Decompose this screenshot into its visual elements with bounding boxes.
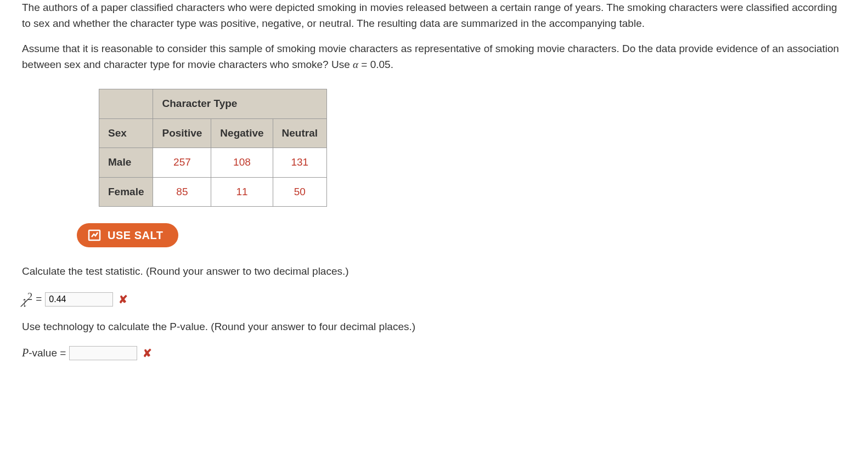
cell-male-positive: 257 bbox=[153, 148, 211, 178]
incorrect-icon: ✘ bbox=[119, 291, 128, 308]
chi-squared-line: 𝜒2 = ✘ bbox=[22, 290, 846, 309]
pvalue-label: P-value = bbox=[22, 344, 66, 361]
col-positive: Positive bbox=[153, 118, 211, 148]
incorrect-icon: ✘ bbox=[143, 345, 152, 361]
chart-icon bbox=[88, 229, 101, 242]
chi-eq: = bbox=[36, 291, 42, 307]
q1-prompt: Calculate the test statistic. (Round you… bbox=[22, 264, 846, 280]
col-neutral: Neutral bbox=[273, 118, 326, 148]
salt-label: USE SALT bbox=[108, 229, 163, 242]
col-negative: Negative bbox=[211, 118, 273, 148]
cell-male-neutral: 131 bbox=[273, 148, 326, 178]
cell-female-negative: 11 bbox=[211, 177, 273, 207]
row-male-label: Male bbox=[99, 148, 153, 178]
row-female-label: Female bbox=[99, 177, 153, 207]
corner-cell bbox=[99, 89, 153, 119]
cell-female-neutral: 50 bbox=[273, 177, 326, 207]
problem-paragraph-2: Assume that it is reasonable to consider… bbox=[22, 41, 846, 72]
q2-prompt: Use technology to calculate the P-value.… bbox=[22, 319, 846, 335]
character-type-header: Character Type bbox=[153, 89, 327, 119]
use-salt-button[interactable]: USE SALT bbox=[77, 223, 178, 247]
pvalue-line: P-value = ✘ bbox=[22, 344, 846, 361]
cell-male-negative: 108 bbox=[211, 148, 273, 178]
sex-header: Sex bbox=[99, 118, 153, 148]
alpha-symbol: α bbox=[353, 59, 358, 70]
chi-squared-input[interactable] bbox=[45, 292, 113, 307]
table-row: Female 85 11 50 bbox=[99, 177, 327, 207]
pvalue-input[interactable] bbox=[69, 346, 137, 360]
table-row: Male 257 108 131 bbox=[99, 148, 327, 178]
problem-paragraph-1: The authors of a paper classified charac… bbox=[22, 0, 846, 31]
cell-female-positive: 85 bbox=[153, 177, 211, 207]
alpha-value: = 0.05. bbox=[358, 59, 393, 70]
chi-symbol: 𝜒2 bbox=[22, 290, 32, 309]
para2-pre: Assume that it is reasonable to consider… bbox=[22, 43, 839, 70]
data-table: Character Type Sex Positive Negative Neu… bbox=[99, 89, 327, 207]
